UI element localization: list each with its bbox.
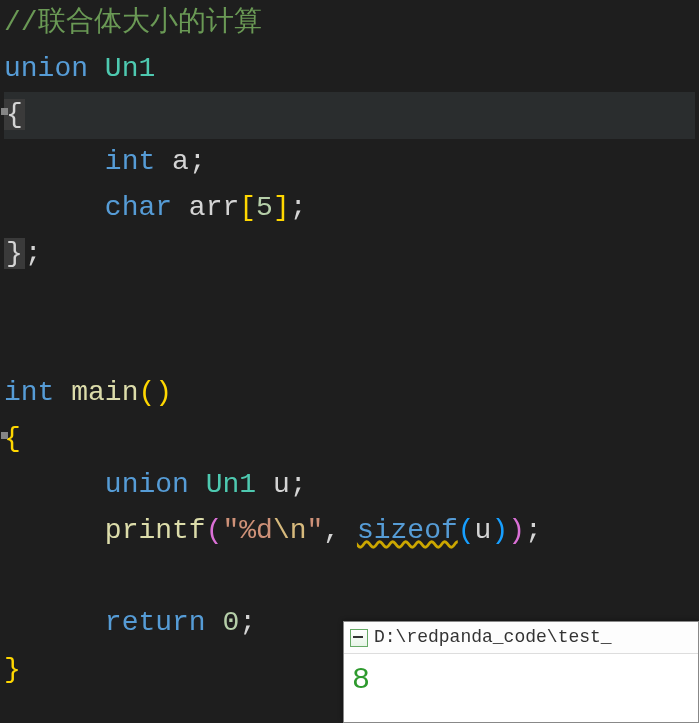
variable: arr xyxy=(189,192,239,223)
fold-marker-icon[interactable] xyxy=(1,432,8,439)
function-name: main xyxy=(71,377,138,408)
code-line: int a; xyxy=(4,139,695,185)
keyword-char: char xyxy=(105,192,172,223)
code-line: union Un1 xyxy=(4,46,695,92)
code-line xyxy=(4,277,695,323)
function-call: printf xyxy=(105,515,206,546)
code-line: printf("%d\n", sizeof(u)); xyxy=(4,508,695,554)
bracket: [ xyxy=(239,192,256,223)
console-title: D:\redpanda_code\test_ xyxy=(374,623,612,653)
code-line: { xyxy=(4,416,695,462)
comment: //联合体大小的计算 xyxy=(4,7,262,38)
console-window[interactable]: D:\redpanda_code\test_ 8 xyxy=(343,621,699,723)
code-line: }; xyxy=(4,231,695,277)
number: 0 xyxy=(222,607,239,638)
type-name: Un1 xyxy=(206,469,256,500)
output-value: 8 xyxy=(352,663,370,697)
keyword-union: union xyxy=(105,469,189,500)
type-name: Un1 xyxy=(105,53,155,84)
variable: u xyxy=(273,469,290,500)
string-literal: " xyxy=(307,515,324,546)
code-line: char arr[5]; xyxy=(4,185,695,231)
keyword-int: int xyxy=(4,377,54,408)
keyword-sizeof: sizeof xyxy=(357,515,458,546)
code-line: //联合体大小的计算 xyxy=(4,0,695,46)
escape-sequence: \n xyxy=(273,515,307,546)
code-line xyxy=(4,323,695,369)
code-line: union Un1 u; xyxy=(4,462,695,508)
brace: } xyxy=(4,238,25,269)
variable: u xyxy=(475,515,492,546)
fold-marker-icon[interactable] xyxy=(1,108,8,115)
brace: } xyxy=(4,654,21,685)
console-titlebar[interactable]: D:\redpanda_code\test_ xyxy=(344,622,698,654)
code-line xyxy=(4,554,695,600)
keyword-int: int xyxy=(105,146,155,177)
console-output: 8 xyxy=(344,654,698,708)
keyword-return: return xyxy=(105,607,206,638)
bracket: ] xyxy=(273,192,290,223)
code-editor[interactable]: //联合体大小的计算 union Un1 { int a; char arr[5… xyxy=(0,0,699,693)
code-line: { xyxy=(4,92,695,138)
console-icon xyxy=(350,629,368,647)
keyword-union: union xyxy=(4,53,88,84)
variable: a xyxy=(172,146,189,177)
string-literal: "%d xyxy=(222,515,272,546)
number: 5 xyxy=(256,192,273,223)
code-line: int main() xyxy=(4,370,695,416)
